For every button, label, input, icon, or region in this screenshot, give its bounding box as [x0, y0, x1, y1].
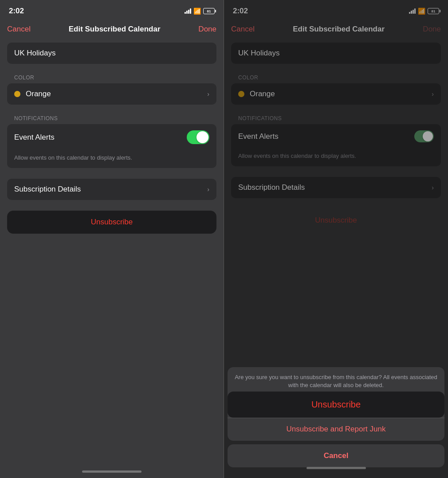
toggle-knob-left — [196, 131, 208, 143]
color-chevron-left: › — [207, 90, 209, 98]
color-row-left[interactable]: Orange › — [7, 83, 216, 105]
action-sheet-report-junk-button[interactable]: Unsubscribe and Report Junk — [228, 418, 444, 441]
color-name-left: Orange — [26, 90, 207, 98]
action-sheet-cancel-group: Cancel — [228, 444, 444, 467]
done-button-left[interactable]: Done — [198, 25, 216, 34]
subscription-details-section-left: Subscription Details › — [7, 179, 216, 200]
action-sheet-message-text: Are you sure you want to unsubscribe fro… — [228, 367, 444, 391]
signal-icon-left — [185, 8, 191, 14]
notifications-group-left: Event Alerts Allow events on this calend… — [7, 124, 216, 168]
color-dot-left — [14, 91, 20, 97]
wifi-icon-left: 📶 — [193, 8, 201, 15]
action-sheet-cancel-text: Cancel — [324, 451, 349, 460]
status-bar-left: 2:02 📶 81 — [0, 0, 224, 20]
subscription-details-label-left: Subscription Details — [14, 185, 207, 194]
nav-bar-left: Cancel Edit Subscribed Calendar Done — [0, 20, 224, 43]
nav-title-left: Edit Subscribed Calendar — [34, 25, 195, 34]
notifications-section-label-left: NOTIFICATIONS — [7, 115, 216, 121]
calendar-name-section-left: UK Holidays — [7, 43, 216, 64]
cancel-button-left[interactable]: Cancel — [7, 25, 31, 34]
left-phone-panel: 2:02 📶 81 Cancel Edit Subscribed Calenda… — [0, 0, 224, 478]
action-sheet-unsubscribe-button[interactable]: Unsubscribe — [228, 392, 444, 418]
unsubscribe-button-left[interactable]: Unsubscribe — [7, 211, 216, 234]
action-sheet-unsubscribe-text: Unsubscribe — [311, 400, 361, 409]
subscription-details-row-left[interactable]: Subscription Details › — [7, 179, 216, 200]
calendar-name-left[interactable]: UK Holidays — [7, 43, 216, 64]
action-sheet-right: Are you sure you want to unsubscribe fro… — [224, 367, 448, 478]
event-alerts-toggle-left[interactable] — [187, 130, 209, 144]
unsubscribe-text-left: Unsubscribe — [91, 218, 133, 226]
color-group-left: Orange › — [7, 83, 216, 105]
right-phone-panel: 2:02 📶 81 Cancel Edit Subscribed Calenda… — [224, 0, 448, 478]
action-sheet-main-group: Are you sure you want to unsubscribe fro… — [228, 367, 444, 441]
battery-left: 81 — [203, 8, 215, 14]
content-left: UK Holidays COLOR Orange › NOTIFICATIONS… — [0, 43, 224, 467]
subscription-details-chevron-left: › — [207, 186, 209, 193]
event-alerts-row-left: Event Alerts — [7, 124, 216, 150]
home-indicator-left — [82, 470, 141, 473]
action-sheet-report-junk-text: Unsubscribe and Report Junk — [287, 425, 386, 433]
home-indicator-right — [307, 467, 366, 469]
event-alerts-label-left: Event Alerts — [14, 133, 187, 142]
status-time-left: 2:02 — [9, 7, 24, 16]
status-icons-left: 📶 81 — [185, 8, 215, 15]
action-sheet-cancel-button[interactable]: Cancel — [228, 444, 444, 467]
color-section-label-left: COLOR — [7, 74, 216, 81]
alert-description-left: Allow events on this calendar to display… — [7, 150, 216, 168]
